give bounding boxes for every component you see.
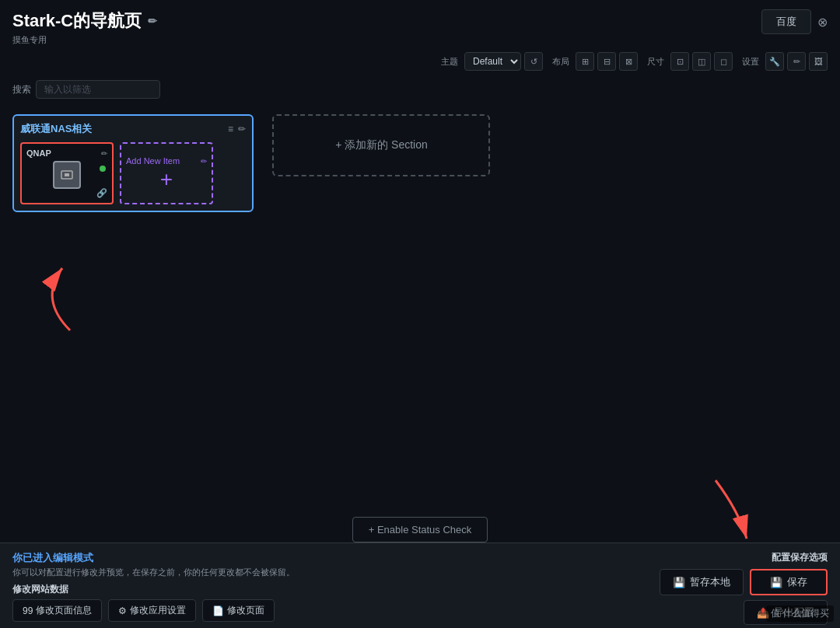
- search-bar: 搜索: [0, 77, 840, 105]
- settings-group: 设置 🔧 ✏ 🖼: [742, 52, 828, 71]
- save-icon: 💾: [770, 577, 782, 588]
- item-link-icon[interactable]: 🔗: [96, 188, 107, 198]
- enable-status-area: + Enable Status Check: [0, 517, 840, 543]
- title-edit-icon[interactable]: ✏: [148, 15, 157, 27]
- svg-rect-1: [65, 173, 69, 176]
- bottom-top: 你已进入编辑模式 你可以对配置进行修改并预览，在保存之前，你的任何更改都不会被保…: [0, 543, 840, 628]
- section-icons: ≡ ✏: [228, 124, 246, 134]
- edit-mode-title: 你已进入编辑模式: [12, 551, 295, 565]
- size-btn-1[interactable]: ⊡: [670, 52, 689, 71]
- header: Stark-C的导航页 ✏ 摸鱼专用 百度 ⊗: [0, 0, 840, 49]
- add-item-plus-icon: +: [160, 169, 173, 190]
- section-menu-icon[interactable]: ≡: [228, 124, 233, 134]
- section-card: 威联通NAS相关 ≡ ✏ QNAP ✏: [12, 114, 254, 212]
- status-dot: [100, 166, 106, 172]
- settings-btn-2[interactable]: ✏: [787, 52, 806, 71]
- modify-app-settings-icon: ⚙: [118, 605, 127, 616]
- modify-page-btn[interactable]: 📄 修改页面: [202, 599, 275, 622]
- close-button[interactable]: ⊗: [817, 15, 828, 30]
- layout-btn-2[interactable]: ⊟: [597, 52, 616, 71]
- save-local-label: 暂存本地: [690, 575, 730, 589]
- add-item-edit-icon[interactable]: ✏: [201, 157, 207, 166]
- modify-page-info-icon: 99: [23, 605, 33, 616]
- save-buttons-row: 💾 暂存本地 💾 保存: [660, 569, 828, 595]
- save-local-icon: 💾: [673, 577, 685, 588]
- search-label: 搜索: [12, 83, 31, 96]
- item-name: QNAP: [26, 148, 51, 158]
- theme-label: 主题: [441, 56, 458, 68]
- theme-select[interactable]: Default: [464, 52, 521, 71]
- add-item-header: Add New Item ✏: [126, 156, 207, 166]
- save-label: 保存: [787, 575, 807, 589]
- page-subtitle: 摸鱼专用: [12, 34, 157, 46]
- qnap-item-card[interactable]: QNAP ✏ 🔗: [20, 142, 114, 204]
- modify-app-settings-btn[interactable]: ⚙ 修改应用设置: [108, 599, 196, 622]
- size-btn-2[interactable]: ◫: [692, 52, 711, 71]
- item-icon: [53, 161, 81, 189]
- save-local-button[interactable]: 💾 暂存本地: [660, 569, 744, 595]
- item-card-header: QNAP ✏: [26, 148, 107, 158]
- item-edit-icon[interactable]: ✏: [101, 149, 107, 158]
- edit-mode-desc: 你可以对配置进行修改并预览，在保存之前，你的任何更改都不会被保留。: [12, 567, 295, 578]
- enable-status-button[interactable]: + Enable Status Check: [352, 517, 488, 543]
- annotation-arrow-left: [16, 260, 86, 338]
- layout-btn-1[interactable]: ⊞: [576, 52, 594, 71]
- add-section-label: + 添加新的 Section: [335, 138, 428, 152]
- modify-website-title: 修改网站数据: [12, 583, 295, 596]
- toolbar: 主题 Default ↺ 布局 ⊞ ⊟ ⊠ 尺寸 ⊡ ◫ ◻ 设置 🔧 ✏ 🖼: [0, 49, 840, 77]
- add-section-card[interactable]: + 添加新的 Section: [272, 114, 490, 176]
- modify-page-label: 修改页面: [227, 604, 264, 617]
- layout-btn-3[interactable]: ⊠: [619, 52, 638, 71]
- watermark: 值 什么值得买: [766, 605, 834, 622]
- add-item-label: Add New Item: [126, 156, 180, 166]
- layout-label: 布局: [552, 56, 569, 68]
- item-icon-area: [26, 161, 107, 189]
- size-label: 尺寸: [647, 56, 664, 68]
- section-title: 威联通NAS相关: [20, 122, 92, 136]
- size-btn-3[interactable]: ◻: [714, 52, 733, 71]
- add-item-card[interactable]: Add New Item ✏ +: [120, 142, 213, 204]
- modify-page-info-label: 修改页面信息: [36, 604, 92, 617]
- modify-btns-row: 99 修改页面信息 ⚙ 修改应用设置 📄 修改页面: [12, 599, 295, 622]
- section-header: 威联通NAS相关 ≡ ✏: [20, 122, 246, 136]
- bottom-left: 你已进入编辑模式 你可以对配置进行修改并预览，在保存之前，你的任何更改都不会被保…: [12, 551, 295, 622]
- search-input[interactable]: [36, 80, 160, 99]
- size-group: 尺寸 ⊡ ◫ ◻: [647, 52, 733, 71]
- theme-refresh-btn[interactable]: ↺: [524, 52, 543, 71]
- settings-btn-3[interactable]: 🖼: [809, 52, 828, 71]
- modify-page-info-btn[interactable]: 99 修改页面信息: [12, 599, 102, 622]
- bottom-bar: 你已进入编辑模式 你可以对配置进行修改并预览，在保存之前，你的任何更改都不会被保…: [0, 543, 840, 628]
- modify-app-settings-label: 修改应用设置: [130, 604, 186, 617]
- save-button[interactable]: 💾 保存: [750, 569, 828, 595]
- header-right: 百度 ⊗: [761, 9, 828, 34]
- theme-group: 主题 Default ↺: [441, 52, 543, 71]
- modify-page-icon: 📄: [212, 605, 224, 616]
- main-content: 威联通NAS相关 ≡ ✏ QNAP ✏: [0, 105, 840, 508]
- section-edit-icon[interactable]: ✏: [238, 124, 246, 134]
- baidu-button[interactable]: 百度: [761, 9, 811, 34]
- config-save-title: 配置保存选项: [772, 551, 828, 564]
- page-title: Stark-C的导航页 ✏: [12, 9, 157, 33]
- header-left: Stark-C的导航页 ✏ 摸鱼专用: [12, 9, 157, 46]
- layout-group: 布局 ⊞ ⊟ ⊠: [552, 52, 638, 71]
- settings-label: 设置: [742, 56, 759, 68]
- title-text: Stark-C的导航页: [12, 9, 142, 33]
- settings-btn-1[interactable]: 🔧: [765, 52, 784, 71]
- items-row: QNAP ✏ 🔗 Add New Item: [20, 142, 246, 204]
